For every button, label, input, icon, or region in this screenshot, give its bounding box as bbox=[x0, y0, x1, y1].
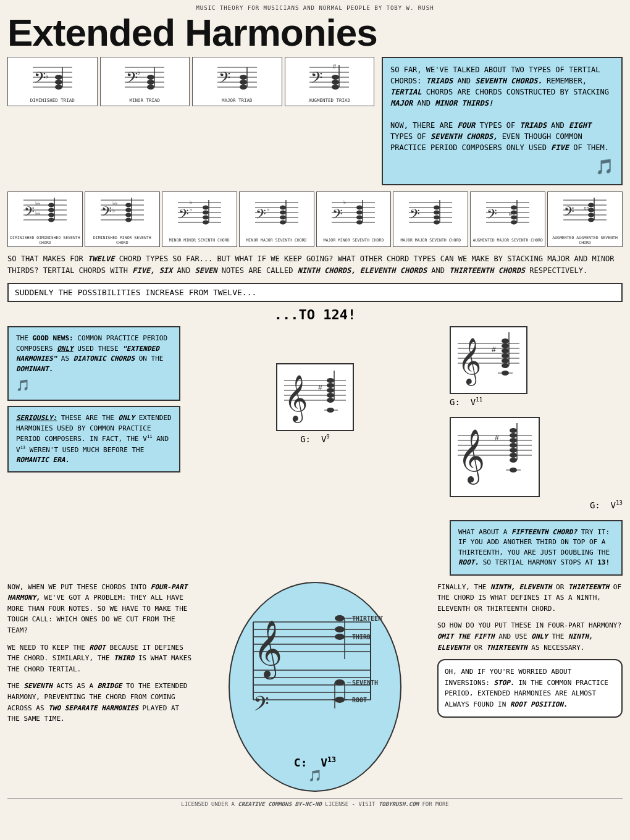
svg-text:THIRTEENTH: THIRTEENTH bbox=[352, 615, 383, 622]
intro-box: So far, we've talked about two types of … bbox=[382, 57, 623, 185]
svg-text:𝄢: 𝄢 bbox=[253, 692, 269, 720]
svg-point-166 bbox=[502, 348, 509, 353]
svg-text:♭♭: ♭♭ bbox=[35, 200, 40, 206]
svg-point-167 bbox=[502, 343, 509, 348]
svg-point-104 bbox=[356, 205, 363, 209]
svg-text:ROOT: ROOT bbox=[352, 697, 367, 704]
fifteenth-text: What about a Fifteenth Chord? Try it: if… bbox=[458, 527, 614, 568]
svg-point-39 bbox=[332, 85, 339, 90]
body-text-1: So that makes for Twelve chord types so … bbox=[7, 253, 623, 277]
svg-text:𝄢: 𝄢 bbox=[126, 69, 138, 90]
svg-point-91 bbox=[280, 210, 286, 214]
svg-point-102 bbox=[356, 215, 363, 219]
extended-header-text: Suddenly the possibilities increase from… bbox=[15, 288, 256, 297]
aug-aug-staff: 𝄢 ## bbox=[560, 195, 610, 233]
augmented-triad-box: 𝄢 # Augmented Triad bbox=[285, 57, 375, 106]
extended-header: Suddenly the possibilities increase from… bbox=[7, 283, 623, 302]
svg-point-20 bbox=[147, 75, 154, 80]
aug-maj-seventh-box: 𝄢 # Augmented Major Seventh Chord bbox=[470, 191, 545, 247]
dim-min-seventh-box: 𝄢 ♭♭ ♭ Diminished Minor Seventh Chord bbox=[85, 191, 160, 247]
svg-text:𝄢: 𝄢 bbox=[24, 204, 35, 222]
svg-point-65 bbox=[125, 212, 132, 217]
dim-min-label: Diminished Minor Seventh Chord bbox=[86, 235, 158, 245]
svg-point-185 bbox=[510, 428, 517, 433]
site-header: Music Theory for Musicians and Normal Pe… bbox=[7, 5, 623, 11]
svg-point-149 bbox=[327, 393, 334, 398]
maj-min-label: Major Minor Seventh Chord bbox=[324, 238, 384, 243]
svg-point-165 bbox=[502, 353, 509, 358]
v9-staff: 𝄞 # bbox=[281, 368, 349, 424]
min-maj-seventh-box: 𝄢 ♭ Minor Major Seventh Chord bbox=[239, 191, 314, 247]
minor-triad-staff: 𝄢 ♭ bbox=[120, 61, 169, 95]
bottom-right-p2: So how do you put these in four-part har… bbox=[437, 620, 623, 653]
title-text: Extended Harmonies bbox=[7, 11, 377, 54]
site-subtitle: Music Theory for Musicians and Normal Pe… bbox=[196, 5, 434, 11]
bottom-right-p1: Finally, the Ninth, Eleventh or Thirteen… bbox=[437, 582, 623, 615]
svg-point-41 bbox=[332, 75, 339, 80]
maj-maj-label: Major Major Seventh Chord bbox=[400, 238, 461, 243]
v13-box: 𝄞 # bbox=[450, 417, 540, 497]
good-news-text: The Good News: Common practice period co… bbox=[16, 334, 172, 374]
svg-point-179 bbox=[510, 458, 517, 463]
svg-point-101 bbox=[356, 220, 363, 224]
seventh-chords-row: 𝄢 ♭♭ ♭♭ Diminished Diminished Seventh Ch… bbox=[7, 191, 623, 247]
music-note-3: 🎵 bbox=[308, 769, 322, 783]
v9-label: G: V9 bbox=[276, 434, 354, 444]
svg-text:𝄢: 𝄢 bbox=[256, 207, 266, 225]
svg-text:♭: ♭ bbox=[343, 199, 346, 205]
dim-min-staff: 𝄢 ♭♭ ♭ bbox=[98, 195, 147, 233]
dim-dim-staff: 𝄢 ♭♭ ♭♭ bbox=[20, 195, 70, 233]
svg-point-103 bbox=[356, 210, 363, 214]
svg-text:♭: ♭ bbox=[190, 206, 192, 212]
svg-point-124 bbox=[511, 220, 517, 224]
svg-point-28 bbox=[240, 85, 247, 90]
min-min-seventh-box: 𝄢 ♭ ♭ Minor Minor Seventh Chord bbox=[162, 191, 237, 247]
maj-min-seventh-box: 𝄢 ♭ Major Minor Seventh Chord bbox=[316, 191, 392, 247]
svg-point-112 bbox=[434, 220, 440, 224]
svg-point-138 bbox=[588, 208, 594, 212]
svg-point-126 bbox=[511, 210, 517, 214]
svg-point-148 bbox=[327, 398, 334, 403]
v13-area: 𝄞 # bbox=[450, 417, 623, 510]
inversions-text: Oh, and if you're worried about inversio… bbox=[445, 666, 615, 710]
major-triad-box: 𝄢 Major Triad bbox=[192, 57, 282, 106]
v13-staff: 𝄞 # bbox=[455, 422, 535, 490]
svg-text:THIRD: THIRD bbox=[352, 634, 371, 640]
svg-point-92 bbox=[280, 205, 286, 209]
svg-text:♭♭: ♭♭ bbox=[112, 200, 117, 206]
svg-text:𝄢: 𝄢 bbox=[487, 207, 497, 225]
svg-point-150 bbox=[327, 388, 334, 393]
footer-license: Creative Commons by-nc-nd bbox=[238, 801, 321, 807]
intro-paragraph1: So far, we've talked about two types of … bbox=[390, 64, 614, 109]
svg-text:𝄞: 𝄞 bbox=[458, 338, 481, 386]
inversions-bubble: Oh, and if you're worried about inversio… bbox=[437, 659, 623, 717]
svg-point-64 bbox=[125, 217, 132, 222]
dim-dim-label: Diminished Diminished Seventh Chord bbox=[9, 235, 81, 245]
maj-maj-staff: 𝄢 bbox=[406, 198, 455, 236]
major-triad-staff: 𝄢 bbox=[212, 61, 262, 95]
svg-point-151 bbox=[327, 383, 334, 388]
minor-triad-label: Minor Triad bbox=[129, 98, 160, 103]
svg-point-164 bbox=[502, 358, 509, 363]
v11-label: G: V11 bbox=[450, 397, 623, 407]
svg-text:𝄢: 𝄢 bbox=[34, 69, 46, 90]
svg-point-136 bbox=[588, 217, 594, 222]
v11-staff: 𝄞 # bbox=[455, 331, 523, 387]
extended-section: The Good News: Common practice period co… bbox=[7, 326, 623, 575]
v11-area: 𝄞 # bbox=[450, 326, 623, 407]
middle-column: 𝄞 # bbox=[187, 326, 443, 575]
svg-point-53 bbox=[48, 208, 54, 212]
augmented-triad-staff: 𝄢 # bbox=[304, 61, 354, 95]
bottom-left-text: Now, when we put these chords into Four-… bbox=[7, 582, 193, 792]
maj-maj-seventh-box: 𝄢 Major Major Seventh Chord bbox=[393, 191, 468, 247]
svg-text:#: # bbox=[318, 384, 322, 392]
aug-maj-label: Augmented Major Seventh Chord bbox=[472, 238, 543, 243]
svg-point-30 bbox=[240, 75, 247, 80]
svg-point-78 bbox=[203, 215, 209, 219]
svg-point-206 bbox=[335, 634, 345, 640]
svg-point-184 bbox=[510, 433, 517, 438]
svg-text:𝄢: 𝄢 bbox=[410, 207, 420, 225]
svg-point-40 bbox=[332, 80, 339, 85]
svg-point-113 bbox=[434, 215, 440, 219]
seriously-box: Seriously: These are the Only extended h… bbox=[7, 406, 180, 472]
